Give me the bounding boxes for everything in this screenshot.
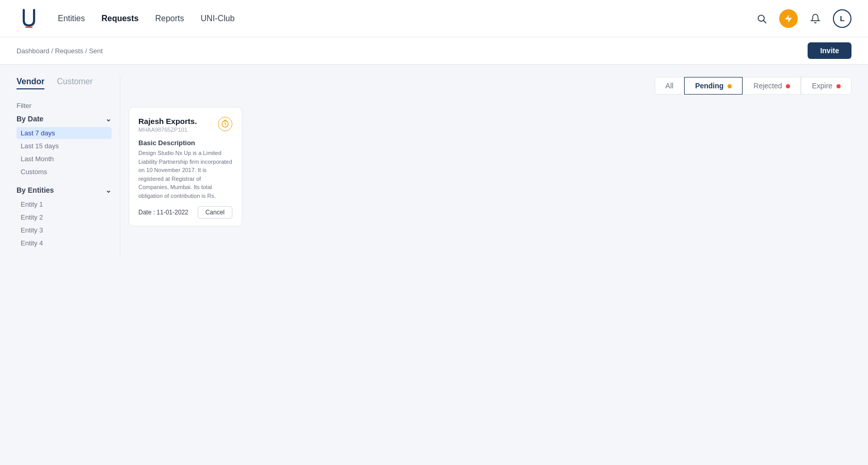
request-card-0: Rajesh Exports. MHAA98765ZP101 Basic Des… [129, 107, 242, 226]
filter-last-15-days[interactable]: Last 15 days [17, 140, 112, 152]
entity-filter-list: Entity 1 Entity 2 Entity 3 Entity 4 [17, 198, 112, 249]
svg-marker-3 [785, 14, 792, 22]
invite-button[interactable]: Invite [808, 42, 851, 59]
nav-uni-club[interactable]: UNI-Club [201, 12, 235, 25]
user-avatar[interactable]: L [833, 9, 851, 28]
rejected-badge-dot [786, 84, 790, 88]
date-filter-list: Last 7 days Last 15 days Last Month Cust… [17, 127, 112, 178]
cancel-button[interactable]: Cancel [198, 206, 232, 219]
status-tab-rejected[interactable]: Rejected [743, 77, 801, 95]
filter-last-7-days[interactable]: Last 7 days [17, 127, 112, 139]
breadcrumb: Dashboard / Requests / Sent [17, 47, 103, 55]
cards-grid: Rajesh Exports. MHAA98765ZP101 Basic Des… [129, 107, 851, 226]
svg-line-2 [764, 20, 766, 23]
status-tab-expire[interactable]: Expire [801, 77, 851, 95]
logo[interactable] [17, 6, 41, 31]
status-tab-all[interactable]: All [655, 77, 685, 95]
card-desc-label: Basic Description [138, 139, 232, 147]
content-area: All Pending Rejected Expire Rajesh Expor… [120, 77, 851, 257]
tab-vendor[interactable]: Vendor [17, 77, 44, 89]
pending-badge-dot [728, 84, 732, 88]
sidebar: Vendor Customer Filter By Date ⌄ Last 7 … [17, 77, 120, 257]
filter-entity-3[interactable]: Entity 3 [17, 224, 112, 236]
nav-entities[interactable]: Entities [58, 12, 85, 25]
by-date-section[interactable]: By Date ⌄ [17, 115, 112, 123]
bell-button[interactable] [806, 9, 825, 28]
filter-entity-2[interactable]: Entity 2 [17, 211, 112, 223]
card-header: Rajesh Exports. MHAA98765ZP101 [138, 117, 232, 133]
card-title: Rajesh Exports. [138, 117, 197, 126]
filter-customs[interactable]: Customs [17, 166, 112, 178]
by-entities-section[interactable]: By Entities ⌄ [17, 186, 112, 194]
filter-entity-4[interactable]: Entity 4 [17, 237, 112, 249]
card-description: Design Studio Nx Up is a Limited Liabili… [138, 149, 232, 200]
nav-requests[interactable]: Requests [101, 12, 138, 25]
card-id: MHAA98765ZP101 [138, 127, 197, 133]
flash-button[interactable] [779, 9, 798, 28]
filter-entity-1[interactable]: Entity 1 [17, 198, 112, 210]
card-footer: Date : 11-01-2022 Cancel [138, 206, 232, 219]
filter-label: Filter [17, 102, 112, 110]
nav-links: Entities Requests Reports UNI-Club [58, 12, 752, 25]
status-tab-pending[interactable]: Pending [684, 77, 743, 95]
filter-last-month[interactable]: Last Month [17, 153, 112, 165]
navbar: Entities Requests Reports UNI-Club L [0, 0, 868, 37]
vendor-customer-tabs: Vendor Customer [17, 77, 112, 89]
main-content: Vendor Customer Filter By Date ⌄ Last 7 … [0, 65, 868, 270]
card-date: Date : 11-01-2022 [138, 209, 188, 216]
card-timer-icon [218, 117, 232, 131]
nav-reports[interactable]: Reports [155, 12, 184, 25]
status-tabs: All Pending Rejected Expire [129, 77, 851, 95]
nav-actions: L [752, 9, 851, 28]
tab-customer[interactable]: Customer [57, 77, 92, 89]
breadcrumb-bar: Dashboard / Requests / Sent Invite [0, 37, 868, 65]
expire-badge-dot [837, 84, 841, 88]
chevron-down-icon: ⌄ [105, 115, 112, 123]
search-button[interactable] [752, 9, 771, 28]
chevron-down-icon-entities: ⌄ [105, 186, 112, 194]
